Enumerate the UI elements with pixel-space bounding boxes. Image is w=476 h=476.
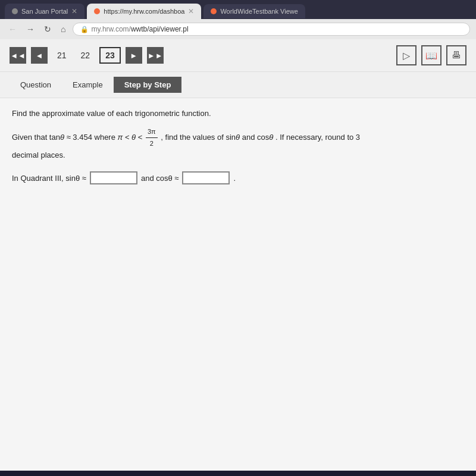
- first-page-button[interactable]: ◄◄: [10, 47, 26, 64]
- tab-example[interactable]: Example: [62, 77, 114, 93]
- print-icon-button[interactable]: 🖶: [446, 45, 466, 65]
- toolbar-icons: ▷ 📖 🖶: [396, 45, 466, 65]
- url-text: my.hrw.com/wwtb/api/viewer.pl: [91, 25, 188, 33]
- fraction-denominator: 2: [148, 138, 155, 149]
- answer-prefix: In Quadrant III, sinθ ≈: [12, 174, 86, 183]
- url-bar[interactable]: 🔒 my.hrw.com/wwtb/api/viewer.pl: [73, 23, 470, 36]
- next-page-button[interactable]: ►: [126, 47, 142, 64]
- main-content: ◄◄ ◄ 21 22 23 ► ►► ▷ 📖 🖶 Question Exampl…: [0, 39, 476, 471]
- page-toolbar: ◄◄ ◄ 21 22 23 ► ►► ▷ 📖 🖶: [0, 39, 476, 72]
- address-bar: ← → ↻ ⌂ 🔒 my.hrw.com/wwtb/api/viewer.pl: [0, 19, 476, 39]
- prev-page-button[interactable]: ◄: [31, 47, 48, 64]
- problem-line3: decimal places.: [12, 151, 65, 159]
- page-23[interactable]: 23: [99, 47, 121, 64]
- page-22[interactable]: 22: [76, 48, 95, 62]
- tab-icon-san-juan: [12, 8, 18, 14]
- answer-suffix: .: [233, 174, 236, 183]
- question-area: Find the approximate value of each trigo…: [0, 98, 476, 471]
- tab-question[interactable]: Question: [10, 77, 62, 93]
- tab-icon-hrw: [94, 8, 100, 14]
- back-button[interactable]: ←: [6, 23, 19, 35]
- url-suffix: wwtb/api/viewer.pl: [131, 25, 189, 33]
- tab-label-hrw: https://my.hrw.com/dashboa: [104, 8, 184, 15]
- instruction-text: Find the approximate value of each trigo…: [12, 109, 464, 118]
- fraction-3pi-over-2: 3π 2: [146, 126, 158, 149]
- play-icon-button[interactable]: ▷: [396, 45, 416, 65]
- problem-line1: Given that tanθ ≈ 3.454 where π < θ < 3π…: [12, 133, 360, 142]
- book-icon-button[interactable]: 📖: [421, 45, 441, 65]
- tab-label-san-juan: San Juan Portal: [21, 8, 68, 15]
- last-page-button[interactable]: ►►: [147, 47, 164, 64]
- tab-close-san-juan[interactable]: ✕: [71, 7, 77, 15]
- page-21[interactable]: 21: [52, 48, 71, 62]
- sin-theta-input[interactable]: [90, 171, 137, 184]
- tab-san-juan[interactable]: San Juan Portal ✕: [5, 4, 84, 19]
- url-prefix: my.hrw.com/: [91, 25, 130, 33]
- problem-text: Given that tanθ ≈ 3.454 where π < θ < 3π…: [12, 126, 464, 162]
- tab-icon-worldwidetestbank: [211, 8, 217, 14]
- lock-icon: 🔒: [80, 26, 89, 33]
- answer-connector: and cosθ ≈: [141, 174, 179, 183]
- tab-worldwidetestbank[interactable]: WorldWideTestbank Viewe: [203, 4, 305, 18]
- content-tabs: Question Example Step by Step: [0, 72, 476, 98]
- browser-chrome: San Juan Portal ✕ https://my.hrw.com/das…: [0, 0, 476, 19]
- tab-close-hrw[interactable]: ✕: [188, 7, 194, 15]
- tab-label-worldwidetestbank: WorldWideTestbank Viewe: [220, 8, 298, 15]
- answer-row: In Quadrant III, sinθ ≈ and cosθ ≈ .: [12, 171, 464, 184]
- reload-button[interactable]: ↻: [42, 23, 54, 35]
- home-button[interactable]: ⌂: [58, 23, 68, 35]
- fraction-numerator: 3π: [146, 126, 158, 138]
- tab-bar: San Juan Portal ✕ https://my.hrw.com/das…: [0, 4, 476, 19]
- cos-theta-input[interactable]: [182, 171, 230, 184]
- forward-button[interactable]: →: [24, 23, 37, 35]
- tab-step-by-step[interactable]: Step by Step: [114, 77, 182, 93]
- tab-hrw[interactable]: https://my.hrw.com/dashboa ✕: [87, 4, 201, 19]
